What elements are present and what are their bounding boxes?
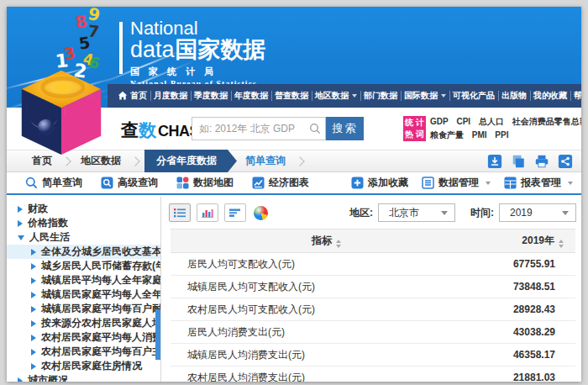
- sidebar-item-income-expenditure-overview[interactable]: 全体及分城乡居民收支基本情况(新口径): [7, 245, 160, 259]
- tree-arrow-icon: [31, 320, 36, 327]
- simple-query-button[interactable]: 简单查询: [25, 176, 82, 190]
- nav-item-monthly-data[interactable]: 月度数据: [150, 84, 191, 108]
- nav-item-help[interactable]: 帮助: [570, 84, 581, 108]
- pie-chart-view-button[interactable]: [254, 206, 268, 220]
- list-view-button[interactable]: [169, 203, 191, 222]
- sidebar-item-rural-net-income[interactable]: 按来源分农村居民家庭人均纯收入: [7, 316, 160, 330]
- copy-icon[interactable]: [511, 154, 526, 169]
- view-toolbar: 地区: 北京市 时间: 2019: [169, 202, 576, 224]
- tree-arrow-icon: [18, 377, 23, 382]
- sidebar-item-urban-consumption-expenditure[interactable]: 城镇居民家庭平均每人全年消费性支出: [7, 287, 160, 302]
- home-icon: [118, 91, 128, 101]
- tree-arrow-icon: [18, 220, 23, 227]
- nav-item-favorites[interactable]: 我的收藏: [530, 84, 570, 108]
- hbar-chart-view-icon: [228, 208, 242, 218]
- search-input[interactable]: [192, 117, 326, 140]
- time-select-value: 2019: [510, 207, 562, 219]
- page-actions: [487, 154, 581, 169]
- share-icon[interactable]: [558, 154, 573, 169]
- hbar-chart-view-button[interactable]: [224, 203, 246, 222]
- logo-divider: [119, 22, 123, 74]
- hot-word-gdp[interactable]: GDP: [430, 117, 449, 126]
- search-input-wrap: [192, 117, 326, 140]
- nav-item-quarterly-data[interactable]: 季度数据: [191, 84, 231, 108]
- tree-arrow-icon: [31, 277, 36, 284]
- tree-arrow-icon: [31, 335, 36, 341]
- tree-arrow-icon: [31, 249, 36, 256]
- sidebar-item-people-livelihood[interactable]: 人民生活: [7, 230, 160, 245]
- tree-arrow-icon: [31, 306, 36, 313]
- sidebar-item-rural-durable-goods[interactable]: 农村居民家庭平均每百户主要耐用消费品拥有量: [7, 345, 160, 359]
- tree-arrow-icon: [18, 206, 23, 213]
- region-label: 地区:: [349, 206, 373, 220]
- breadcrumb-home[interactable]: 首页: [25, 154, 59, 168]
- hot-word-grain[interactable]: 粮食产量: [430, 130, 464, 140]
- download-icon[interactable]: [487, 154, 502, 169]
- table-row: 农村居民人均消费支出(元)21881.03: [171, 367, 575, 382]
- time-label: 时间:: [470, 206, 494, 220]
- search-button[interactable]: 搜索: [326, 117, 364, 140]
- breadcrumb-regional-data[interactable]: 地区数据: [74, 154, 128, 168]
- sidebar-item-city-overview[interactable]: 城市概况: [7, 373, 160, 382]
- nav-item-international-data[interactable]: 国际数据: [401, 84, 449, 108]
- advanced-query-button[interactable]: 高级查询: [101, 176, 158, 190]
- nav-item-publications[interactable]: 出版物: [498, 84, 530, 108]
- nav-item-home[interactable]: 首页: [114, 84, 150, 108]
- nav-item-census-data[interactable]: 普查数据: [271, 84, 312, 108]
- nav-item-visualization[interactable]: 可视化产品: [449, 84, 498, 108]
- nav-item-department-data[interactable]: 部门数据: [360, 84, 401, 108]
- main-nav: 首页 月度数据 季度数据 年度数据 普查数据 地区数据 部门数据 国际数据 可视…: [108, 84, 581, 108]
- nav-item-yearly-data[interactable]: 年度数据: [231, 84, 271, 108]
- filters: 地区: 北京市 时间: 2019: [349, 203, 576, 222]
- data-manage-button[interactable]: 数据管理: [422, 176, 491, 190]
- sort-icon: [559, 240, 564, 248]
- tree-arrow-icon: [31, 292, 36, 298]
- data-map-button[interactable]: 数据地图: [176, 176, 234, 190]
- table-row: 居民人均可支配收入(元)67755.91: [171, 253, 575, 276]
- region-select[interactable]: 北京市: [378, 203, 455, 222]
- logo-title-latin: data: [130, 37, 175, 62]
- chevron-right-icon: [130, 156, 139, 166]
- logo-title-cn: 国家数据: [176, 37, 266, 62]
- indicator-data-table: 指标 2019年 居民人均可支配收入(元)67755.91 城镇居民人均可支配收…: [171, 229, 575, 382]
- site-header: National data国家数据 国家统计局 National Bureau …: [7, 7, 581, 108]
- sidebar-item-fiscal[interactable]: 财政: [7, 202, 160, 216]
- report-manage-icon: [504, 177, 517, 189]
- report-manage-button[interactable]: 报表管理: [504, 176, 573, 190]
- hot-word-retail[interactable]: 社会消费品零售总额: [512, 117, 581, 126]
- add-favorite-button[interactable]: 添加收藏: [351, 176, 408, 190]
- toolbar-right-group: 添加收藏 数据管理 报表管理: [338, 176, 573, 190]
- tree-arrow-icon: [31, 263, 36, 270]
- indicator-tree-sidebar: 财政 价格指数 人民生活 全体及分城乡居民收支基本情况(新口径) 城乡居民人民币…: [7, 197, 161, 382]
- national-data-page: National data国家数据 国家统计局 National Bureau …: [7, 7, 581, 382]
- add-favorite-icon: [351, 177, 364, 189]
- tree-arrow-icon: [31, 349, 36, 356]
- time-select[interactable]: 2019: [499, 203, 576, 222]
- hot-word-pmi[interactable]: PMI: [472, 130, 487, 140]
- breadcrumb-provincial-annual-active[interactable]: 分省年度数据: [144, 150, 237, 172]
- chevron-down-icon: [568, 182, 573, 185]
- print-icon[interactable]: [534, 154, 549, 169]
- sidebar-scrollbar-thumb[interactable]: [155, 309, 160, 360]
- sidebar-item-rural-housing[interactable]: 农村居民家庭住房情况: [7, 359, 160, 373]
- nav-item-regional-data[interactable]: 地区数据: [312, 84, 360, 108]
- sidebar-item-rural-consumption[interactable]: 农村居民家庭平均每人消费支出: [7, 330, 160, 345]
- indicator-column-header[interactable]: 指标: [171, 229, 482, 253]
- chevron-right-icon: [61, 156, 71, 166]
- sidebar-item-price-index[interactable]: 价格指数: [7, 216, 160, 230]
- hot-word-cpi[interactable]: CPI: [456, 117, 470, 126]
- economic-chart-button[interactable]: 经济图表: [252, 176, 309, 190]
- year-column-header[interactable]: 2019年: [482, 229, 575, 253]
- breadcrumb-simple-query[interactable]: 简单查询: [239, 154, 292, 168]
- sidebar-item-urban-durable-goods[interactable]: 城镇居民家庭平均每百户耐用消费品拥有量: [7, 302, 160, 316]
- chevron-down-icon: [441, 211, 448, 215]
- search-icon: [25, 177, 38, 189]
- logo-bureau-cn: 国家统计局: [130, 66, 266, 78]
- sidebar-item-savings-deposit[interactable]: 城乡居民人民币储蓄存款(年底余额): [7, 259, 160, 273]
- hot-word-population[interactable]: 总人口: [479, 117, 504, 126]
- chevron-right-icon: [295, 156, 304, 166]
- sidebar-item-urban-income-source[interactable]: 城镇居民平均每人全年家庭收入来源: [7, 273, 160, 287]
- bar-chart-view-button[interactable]: [197, 203, 218, 222]
- hot-word-ppi[interactable]: PPI: [495, 130, 508, 140]
- chevron-down-icon: [486, 182, 491, 185]
